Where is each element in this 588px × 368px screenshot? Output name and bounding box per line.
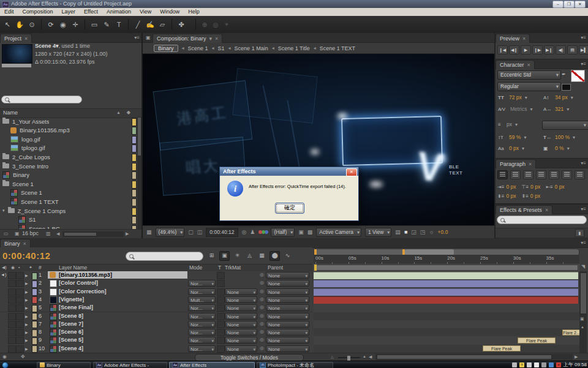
mode-header[interactable]: Mode [189, 265, 202, 271]
parent-dropdown[interactable]: None [266, 296, 309, 303]
panel-menu-icon[interactable] [581, 160, 586, 166]
taskbar-button-folder[interactable]: Binary [37, 362, 91, 368]
mask-visibility-icon[interactable]: ◫ [197, 229, 203, 235]
taskbar-clock[interactable]: 上午 09:58 [564, 361, 587, 368]
start-button[interactable] [2, 362, 9, 368]
taskbar-button-ae[interactable]: AeAfter Effects [169, 362, 255, 368]
timeline-hscrollbar[interactable] [375, 354, 573, 360]
parent-pickwhip-icon[interactable]: ◎ [260, 280, 264, 285]
tab-composition-binary[interactable]: Composition: Binary▾ [153, 34, 222, 43]
taskbar-button-pi[interactable]: PIPhotoImpact - 未命名 [257, 362, 333, 368]
mode-dropdown[interactable]: Nor... [188, 280, 216, 287]
previous-frame-button[interactable]: ◀❙ [509, 45, 519, 54]
table-row[interactable]: ▶10[Scene 4]Nor...None◎None [0, 345, 312, 353]
loop-toggle[interactable]: ▤ [567, 45, 578, 54]
work-area-bar[interactable] [314, 264, 579, 271]
parent-pickwhip-icon[interactable]: ◎ [260, 321, 264, 326]
pixel-aspect-icon[interactable]: ▤ [395, 229, 401, 235]
font-size-value[interactable]: 72 px▾ [509, 94, 527, 102]
fast-preview-icon[interactable]: ■ [404, 229, 407, 235]
panel-menu-icon[interactable] [581, 61, 586, 67]
sort-arrow-icon[interactable]: ▲ [116, 110, 121, 115]
timeline-button-icon[interactable]: ◲ [411, 229, 417, 235]
t-switch[interactable] [217, 288, 225, 296]
table-row[interactable]: ▶6[Scene 8]Nor...None◎None [0, 312, 312, 321]
list-item[interactable]: Binary [0, 171, 137, 179]
list-item[interactable]: ▾Z_Scene 1 Comps [0, 206, 137, 215]
lock-icon[interactable]: ▣ [146, 35, 151, 40]
label-color-chip[interactable] [132, 171, 137, 179]
frame-blending[interactable]: ▦ [257, 251, 266, 260]
timeline-vscrollbar[interactable]: ▣ ▲ [579, 271, 587, 353]
video-toggle[interactable] [8, 296, 16, 304]
t-switch[interactable] [217, 296, 225, 304]
stroke-width-value[interactable]: px▾ [507, 121, 518, 129]
list-item[interactable]: 2_Cube Logos [0, 152, 137, 161]
layer-name[interactable]: [Binary.101356.mp3] [59, 272, 112, 278]
dialog-close-button[interactable]: ✕ [346, 168, 357, 176]
indent-value[interactable]: ⊤≡0 px [521, 184, 540, 190]
layer-expander-icon[interactable]: ▶ [25, 273, 28, 277]
label-color-chip[interactable] [132, 145, 137, 152]
stroke-color-swatch[interactable] [562, 84, 571, 91]
layer-duration-bar[interactable] [314, 272, 578, 279]
layer-expander-icon[interactable]: ▶ [25, 322, 28, 326]
tab-timeline-binary[interactable]: Binary [0, 239, 31, 248]
tab-dropdown-icon[interactable]: ▾ [209, 36, 213, 42]
snapshot-icon[interactable]: ◎ [242, 229, 247, 235]
expander-icon[interactable]: ▾ [2, 208, 5, 213]
trkmat-dropdown[interactable]: None [225, 296, 257, 303]
layer-color-chip[interactable] [32, 345, 37, 353]
panel-menu-icon[interactable] [581, 35, 586, 40]
trkmat-dropdown[interactable]: None [225, 337, 257, 344]
parent-pickwhip-icon[interactable]: ◎ [260, 313, 264, 318]
label-color-chip[interactable] [132, 181, 137, 189]
layer-duration-bar[interactable] [314, 280, 578, 287]
current-timecode[interactable]: 0:00:40:12 [2, 250, 50, 261]
tray-icon[interactable] [527, 362, 532, 367]
trkmat-dropdown[interactable]: None [225, 345, 257, 352]
label-color-chip[interactable] [132, 208, 137, 216]
puppet-pin-tool[interactable]: ✤ [177, 21, 186, 29]
comp-timecode[interactable]: 0:00:40:12 [206, 228, 238, 237]
tracking-value[interactable]: 321▾ [555, 105, 569, 113]
local-axis-mode-icon[interactable]: ⊕ [201, 21, 208, 28]
hscroll-right-icon[interactable]: ▶ [575, 355, 578, 359]
font-family-dropdown[interactable]: Eccentric Std [497, 70, 561, 80]
layer-expander-icon[interactable]: ▶ [25, 281, 28, 285]
layer-color-chip[interactable] [32, 288, 37, 296]
breadcrumb-scene-1-main[interactable]: Scene 1 Main [235, 45, 268, 51]
list-item[interactable]: Scene 1 [0, 189, 137, 197]
mode-dropdown[interactable]: Nor... [188, 321, 216, 328]
spacing-value[interactable]: ⇟≡0 px [497, 193, 516, 199]
mode-dropdown[interactable]: Nor... [188, 304, 216, 311]
tray-icon[interactable] [512, 362, 517, 367]
label-color-chip[interactable] [132, 118, 137, 126]
label-color-chip[interactable] [132, 136, 137, 144]
play-button[interactable]: ▶ [521, 45, 531, 54]
list-item[interactable]: 1_Your Assets [0, 117, 137, 126]
trkmat-dropdown[interactable]: None [225, 304, 257, 311]
scroll-left-icon[interactable]: ◀ [56, 231, 59, 236]
layer-name[interactable]: [Vignette] [59, 296, 84, 302]
lock-toggle[interactable] [16, 280, 24, 287]
channel-icon[interactable] [258, 230, 267, 235]
menu-animation[interactable]: Animation [102, 8, 135, 16]
video-toggle[interactable] [8, 313, 16, 320]
expand-focus-icon[interactable]: ◉ [2, 354, 7, 359]
lock-toggle[interactable] [16, 337, 24, 344]
panel-menu-icon[interactable] [134, 35, 140, 40]
list-item[interactable]: Scene 1 [0, 179, 137, 188]
audio-toggle[interactable]: ◀) [556, 45, 566, 54]
trkmat-dropdown[interactable]: None [225, 329, 257, 336]
time-ruler[interactable]: 00s05s10s15s20s25s30s35s [314, 255, 579, 265]
hand-tool[interactable]: ✋ [15, 21, 24, 29]
scroll-up-icon[interactable]: ▲ [581, 325, 584, 329]
layer-color-chip[interactable] [32, 296, 37, 304]
video-toggle[interactable] [8, 304, 16, 312]
align-center[interactable] [510, 170, 521, 179]
parent-header[interactable]: Parent [268, 265, 283, 271]
video-toggle[interactable] [8, 337, 16, 344]
parent-pickwhip-icon[interactable]: ◎ [260, 304, 264, 310]
tab-paragraph[interactable]: Paragraph [496, 159, 536, 168]
